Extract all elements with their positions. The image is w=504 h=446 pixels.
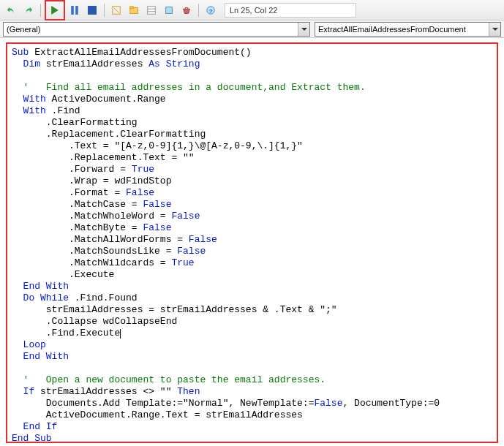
code-text: , DocumentType:=0 — [342, 398, 440, 409]
code-text: Do While — [12, 292, 69, 303]
code-text: .Forward = — [12, 164, 132, 175]
design-icon[interactable] — [108, 2, 124, 18]
code-text: .MatchSoundsLike = — [12, 246, 177, 257]
code-text: .Replacement.ClearFormatting — [12, 129, 206, 140]
code-text: True — [171, 257, 194, 268]
svg-text:?: ? — [209, 7, 213, 14]
svg-rect-2 — [88, 6, 97, 15]
pause-icon[interactable] — [67, 2, 83, 18]
scope-value: (General) — [7, 25, 40, 34]
dropdown-bar: (General) ExtractAllEmailAddressesFromDo… — [0, 20, 504, 38]
code-text: Loop — [12, 339, 46, 350]
code-text: False — [189, 234, 217, 245]
code-text: .MatchByte = — [12, 222, 143, 233]
code-text: .MatchAllWordForms = — [12, 234, 189, 245]
code-comment: ' Find all email addresses in a document… — [12, 82, 366, 93]
code-text: .Collapse wdCollapseEnd — [12, 316, 177, 327]
code-text: .Find.Found — [69, 292, 138, 303]
chevron-down-icon[interactable] — [298, 23, 309, 36]
code-text: False — [314, 398, 342, 409]
code-text: Sub — [12, 47, 29, 58]
code-text: .ClearFormatting — [12, 117, 138, 128]
code-text: False — [126, 187, 154, 198]
code-text: strEmailAddresses <> "" — [34, 386, 177, 397]
chevron-down-icon[interactable] — [489, 23, 500, 36]
code-text: .Find — [46, 105, 80, 116]
svg-rect-6 — [148, 6, 156, 14]
code-text: .Execute — [12, 269, 114, 280]
svg-rect-0 — [71, 6, 74, 15]
project-icon[interactable] — [126, 2, 142, 18]
code-text: Dim — [12, 58, 40, 69]
code-text: .Text = "[A-z,0-9]{1,}\@[A-z,0-9,\.]{1,}… — [12, 140, 303, 151]
separator — [104, 4, 105, 17]
code-text: .Format = — [12, 187, 126, 198]
code-text: End If — [12, 421, 57, 432]
separator — [40, 4, 41, 17]
undo-icon[interactable] — [3, 2, 19, 18]
code-text: .Find.Execute — [12, 328, 120, 339]
code-text: As String — [148, 58, 200, 69]
svg-rect-5 — [130, 6, 133, 8]
code-text: False — [177, 246, 206, 257]
stop-icon[interactable] — [84, 2, 100, 18]
code-editor[interactable]: Sub ExtractAllEmailAddressesFromDocument… — [7, 44, 497, 443]
code-text: strEmailAddresses = strEmailAddresses & … — [12, 304, 337, 315]
redo-icon[interactable] — [20, 2, 37, 18]
code-text: ActiveDocument.Range — [46, 94, 166, 105]
svg-rect-9 — [166, 7, 173, 13]
code-text: If — [12, 386, 34, 397]
code-text: .MatchWholeWord = — [12, 211, 171, 222]
code-text: End With — [12, 281, 69, 292]
code-text: True — [132, 164, 154, 175]
svg-rect-1 — [75, 6, 78, 15]
code-text: ExtractAllEmailAddressesFromDocument() — [29, 47, 251, 58]
code-text: ActiveDocument.Range.Text = strEmailAddr… — [12, 409, 303, 420]
toolbox-icon[interactable] — [178, 2, 195, 18]
code-text: .MatchCase = — [12, 199, 143, 210]
code-text: False — [143, 222, 171, 233]
procedure-dropdown[interactable]: ExtractAllEmailAddressesFromDocument — [315, 22, 501, 37]
help-icon[interactable]: ? — [203, 2, 219, 18]
code-text: Documents.Add Template:="Normal", NewTem… — [12, 398, 314, 409]
code-text: .MatchWildcards = — [12, 257, 171, 268]
code-text: With — [12, 105, 46, 116]
code-text: .Wrap = wdFindStop — [12, 175, 171, 186]
toolbar: ? Ln 25, Col 22 — [0, 0, 504, 20]
code-text: End Sub — [12, 433, 52, 443]
code-text: .Replacement.Text = "" — [12, 152, 195, 163]
run-highlight-box — [45, 0, 65, 20]
run-icon[interactable] — [47, 2, 63, 18]
code-editor-frame: Sub ExtractAllEmailAddressesFromDocument… — [6, 42, 498, 443]
object-icon[interactable] — [161, 2, 177, 18]
code-text: Then — [177, 386, 200, 397]
code-text: End With — [12, 351, 69, 362]
properties-icon[interactable] — [143, 2, 159, 18]
cursor-position: Ln 25, Col 22 — [225, 3, 356, 18]
scope-dropdown[interactable]: (General) — [3, 22, 310, 37]
code-text: False — [143, 199, 171, 210]
text-caret — [120, 329, 121, 339]
separator — [198, 4, 199, 17]
code-text: strEmailAddresses — [40, 58, 148, 69]
procedure-value: ExtractAllEmailAddressesFromDocument — [318, 25, 466, 34]
code-text: False — [171, 211, 200, 222]
code-comment: ' Open a new document to paste the email… — [12, 374, 326, 385]
code-text: With — [12, 94, 46, 105]
